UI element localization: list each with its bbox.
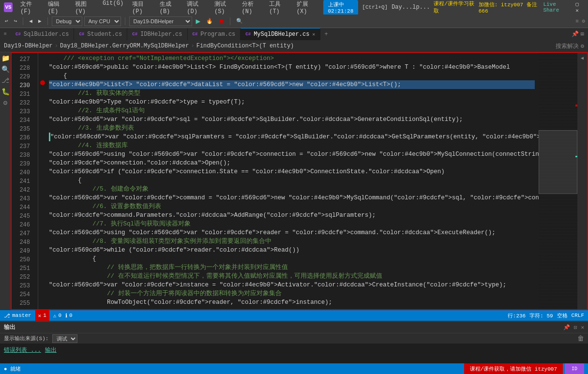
menu-item-d[interactable]: 调试(D) [183, 0, 210, 16]
output-source-select[interactable]: 调试 [52, 334, 77, 343]
error-count[interactable]: ✕ 1 [35, 310, 49, 321]
tab-program[interactable]: C# Program.cs [188, 28, 241, 40]
clear-output-btn[interactable]: 🗑 [577, 335, 584, 343]
breakpoint-230[interactable] [40, 80, 45, 85]
tab-bar: ≡ C# SqlBuilder.cs C# Student.cs C# IDBH… [0, 28, 588, 40]
menu-item-b[interactable]: 生成(B) [156, 0, 182, 16]
tab-icon-student: C# [79, 32, 84, 37]
menu-item-e[interactable]: 编辑(E) [44, 0, 71, 16]
notice-icon: ℹ [65, 313, 67, 319]
sidebar-icon-search[interactable]: 🔍 [1, 65, 10, 74]
code-line-230[interactable]: "color:#4ec9b0">List<T> "color:#9cdcfe">… [49, 80, 535, 89]
notice-count[interactable]: ℹ 0 [65, 313, 73, 319]
split-icon[interactable]: ⊞ [581, 30, 584, 38]
tab-close-mysqldbhelper[interactable]: ✕ [312, 31, 315, 37]
code-line-249[interactable]: "color:#569cd6">while ("color:#9cdcfe">r… [49, 246, 535, 254]
promo-banner[interactable]: 课程/课件获取，请加微信 itzy007 [464, 363, 563, 374]
stop-btn[interactable]: ⏹ [217, 17, 226, 25]
code-line-232[interactable]: "color:#4ec9b0">Type "color:#9cdcfe">typ… [49, 98, 535, 106]
breadcrumb-project[interactable]: Day19-DBHelper [4, 43, 53, 49]
git-branch[interactable]: ⎇ master [4, 313, 31, 319]
search-expand-icon[interactable]: ⚙ [581, 43, 584, 50]
breadcrumb-file[interactable]: Day18_DBHelper.GerryORM.MySqlDBHelper [60, 43, 189, 49]
forward-btn[interactable]: ▶ [36, 17, 44, 25]
pin-output-icon[interactable]: 📌 [563, 324, 570, 330]
sidebar-icon-explorer[interactable]: 📁 [1, 54, 10, 62]
code-line-227[interactable]: /// <exception cref="NotImplementedExcep… [49, 54, 535, 63]
title-bar: VS 文件(F)编辑(E)视图(V)Git(G)项目(P)生成(B)调试(D)测… [0, 0, 588, 15]
code-line-241[interactable]: { [49, 176, 535, 185]
cpu-dropdown[interactable]: Any CPU [84, 16, 121, 26]
code-line-229[interactable]: { [49, 72, 535, 80]
tab-student[interactable]: C# Student.cs [74, 28, 127, 40]
menu-item-v[interactable]: 视图(V) [71, 0, 98, 16]
errors-list-text[interactable]: 错误列表 ... [4, 346, 41, 354]
branch-name: master [12, 313, 31, 318]
code-line-240[interactable]: "color:#569cd6">if ("color:#9cdcfe">conn… [49, 167, 535, 176]
breakpoint-area [38, 53, 45, 309]
sidebar-icon-extensions[interactable]: ⚙ [3, 99, 7, 107]
code-line-251[interactable]: // 转换思路，把数据库一行转换为一个对象并封装到对应属性值 [49, 263, 535, 272]
code-line-253[interactable]: "color:#569cd6">var "color:#9cdcfe">inst… [49, 281, 535, 289]
menu-item-x[interactable]: 扩展(X) [293, 0, 319, 16]
redo-btn[interactable]: ↪ [12, 17, 19, 25]
sidebar-icon-git[interactable]: ⎇ [1, 76, 9, 85]
output-link[interactable]: 输出 [45, 346, 57, 354]
breadcrumb-bar: Day19-DBHelper › Day18_DBHelper.GerryORM… [0, 40, 588, 52]
tab-sqlbuilder[interactable]: C# SqlBuilder.cs [11, 28, 74, 40]
code-line-228[interactable]: "color:#569cd6">public "color:#4ec9b0">L… [49, 63, 535, 72]
project-dropdown[interactable]: Day19-DBHelper [129, 16, 192, 26]
add-tab-btn[interactable]: + [320, 31, 332, 38]
tab-idbhelper[interactable]: C# IDBHelper.cs [127, 28, 187, 40]
run-button[interactable]: ▶ [194, 15, 203, 27]
warning-count[interactable]: ⚠ 0 [53, 313, 61, 319]
line-num-227: 227 [14, 55, 34, 64]
close-output-icon[interactable]: ✕ [581, 324, 584, 330]
output-title: 输出 [4, 323, 15, 331]
code-line-242[interactable]: //5. 创建命令对象 [49, 185, 535, 194]
menu-item-f[interactable]: 文件(F) [16, 0, 43, 16]
code-line-235[interactable]: //3. 生成参数列表 [49, 124, 535, 133]
sidebar-icon-debug[interactable]: 🐛 [1, 88, 10, 96]
breadcrumb-method[interactable]: FindByCondition<T>(T entity) [196, 43, 294, 49]
code-line-238[interactable]: "color:#569cd6">using "color:#569cd6">va… [49, 150, 535, 159]
back-btn[interactable]: ◀ [27, 17, 34, 25]
code-line-250[interactable]: { [49, 254, 535, 263]
code-line-236[interactable]: "color:#569cd6">var "color:#9cdcfe">sqlP… [49, 133, 535, 141]
code-line-233[interactable]: //2. 生成条件Sql语句 [49, 106, 535, 115]
hot-reload-btn[interactable]: 🔥 [204, 17, 215, 25]
pin-icon[interactable]: 📌 [572, 30, 579, 38]
code-line-244[interactable]: //6. 设置参数数值列表 [49, 202, 535, 211]
code-line-243[interactable]: "color:#569cd6">var "color:#9cdcfe">comm… [49, 194, 535, 202]
liveshare-btn[interactable]: Live Share [543, 1, 572, 13]
scrollbar-visible-region[interactable] [539, 130, 577, 194]
code-content[interactable]: /// <exception cref="NotImplementedExcep… [45, 53, 539, 309]
menu-item-gitg[interactable]: Git(G) [99, 0, 127, 16]
line-num-249: 249 [14, 247, 34, 255]
float-output-icon[interactable]: ⊡ [574, 324, 577, 330]
code-line-246[interactable]: //7. 执行Sql语句获取阅读器对象 [49, 220, 535, 228]
menu-item-t[interactable]: 工具(T) [265, 0, 292, 16]
undo-btn[interactable]: ↩ [3, 17, 10, 25]
tab-right-controls[interactable]: 📌 ⊞ [568, 30, 588, 38]
code-line-231[interactable]: //1. 获取实体的类型 [49, 89, 535, 98]
code-line-239[interactable]: "color:#9cdcfe">connection."color:#dcdca… [49, 159, 535, 167]
solution-explorer-tab[interactable]: ≡ [0, 28, 11, 40]
tab-mysqldbhelper[interactable]: C# MySqlDBHelper.cs ✕ [241, 28, 320, 40]
menu-item-p[interactable]: 项目(P) [128, 0, 155, 16]
code-line-245[interactable]: "color:#9cdcfe">command.Parameters."colo… [49, 211, 535, 220]
menu-item-s[interactable]: 测试(S) [211, 0, 237, 16]
code-line-248[interactable]: //8. 变量阅读器组装T类型对象实例并添加到需要返回的集合中 [49, 237, 535, 246]
code-line-237[interactable]: //4. 连接数据库 [49, 141, 535, 150]
toolbar: ↩ ↪ ◀ ▶ Debug Any CPU Day19-DBHelper ▶ 🔥… [0, 15, 588, 28]
code-line-234[interactable]: "color:#569cd6">var "color:#9cdcfe">sql … [49, 115, 535, 124]
menu-item-n[interactable]: 分析(N) [238, 0, 265, 16]
mini-scrollbar[interactable] [539, 53, 577, 309]
code-line-252[interactable]: // 在不知道运行时候类型情况下，需要将其传入值赋给对应属性，可用选择使用反射方… [49, 272, 535, 281]
collapse-icon[interactable]: ◀ [581, 55, 584, 61]
code-line-254[interactable]: // 封装一个方法用于将阅读器中的数据和转换为对应对象集合 [49, 289, 535, 298]
code-line-247[interactable]: "color:#569cd6">using "color:#569cd6">va… [49, 228, 535, 237]
debug-config-dropdown[interactable]: Debug [52, 16, 82, 26]
search-btn[interactable]: 🔍 [234, 17, 245, 25]
code-line-255[interactable]: RowToObject("color:#9cdcfe">reader, "col… [49, 298, 535, 307]
